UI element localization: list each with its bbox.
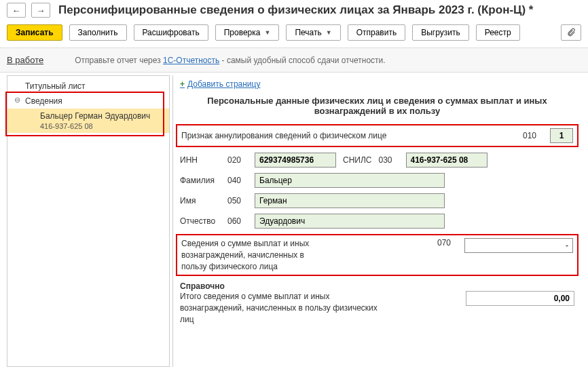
snils-code: 030 [379,155,399,165]
tree-person-snils: 416-937-625 08 [40,122,164,130]
row-surname: Фамилия 040 [180,173,574,188]
surname-label: Фамилия [180,176,221,185]
sum-input[interactable] [464,238,573,253]
info-pre: Отправьте отчет через [75,56,163,65]
snils-label: СНИЛС [343,155,372,165]
caret-down-icon: ▼ [264,29,270,36]
sum-label: Сведения о сумме выплат и иных вознаграж… [181,238,331,272]
status-link[interactable]: В работе [7,55,43,65]
reference-title: Справочно [180,281,574,291]
tree-person-name: Бальцер Герман Эдуардович [40,111,150,121]
caret-down-icon: ▼ [326,29,332,36]
add-page-link[interactable]: + Добавить страницу [180,79,260,89]
navigation-tree: Титульный лист ⊖ Сведения Бальцер Герман… [7,75,170,367]
reference-total-field [466,291,574,306]
page-title: Персонифицированные сведения о физически… [58,3,533,17]
row-inn-snils: ИНН 020 СНИЛС 030 [180,153,574,168]
inn-code: 020 [227,155,248,165]
attachments-button[interactable] [561,24,581,41]
tree-item-section[interactable]: ⊖ Сведения [7,94,169,109]
row-name: Имя 050 [180,193,574,208]
patronymic-input[interactable] [255,214,445,229]
check-button[interactable]: Проверка ▼ [215,24,280,41]
nav-forward-button[interactable]: → [31,3,50,18]
row-reference-total: Итого сведения о сумме выплат и иных воз… [180,291,574,325]
row-sum: Сведения о сумме выплат и иных вознаграж… [176,234,578,276]
name-label: Имя [180,196,221,205]
row-patronymic: Отчество 060 [180,214,574,229]
add-page-label: Добавить страницу [187,79,260,89]
check-button-label: Проверка [224,28,261,37]
tree-item-label: Титульный лист [25,81,86,91]
print-button[interactable]: Печать ▼ [286,24,340,41]
fill-button[interactable]: Заполнить [69,24,127,41]
surname-code: 040 [227,176,248,185]
paperclip-icon [566,28,576,37]
name-code: 050 [227,196,248,205]
save-button[interactable]: Записать [7,24,62,41]
decode-button[interactable]: Расшифровать [134,24,208,41]
cancel-sign-label: Признак аннулирования сведений о физичес… [181,131,516,140]
patronymic-label: Отчество [180,216,221,226]
surname-input[interactable] [255,173,445,188]
patronymic-code: 060 [227,216,248,226]
inn-input[interactable] [255,153,336,168]
tree-item-label: Сведения [25,96,62,106]
tree-item-title-page[interactable]: Титульный лист [7,79,169,94]
sum-code: 070 [437,238,458,248]
registry-button[interactable]: Реестр [476,24,520,41]
plus-icon: + [180,79,185,89]
reference-label: Итого сведения о сумме выплат и иных воз… [180,291,384,325]
info-text: Отправьте отчет через 1С-Отчетность - са… [75,56,385,65]
send-button[interactable]: Отправить [348,24,406,41]
one-s-reporting-link[interactable]: 1С-Отчетность [163,56,219,65]
tree-item-person[interactable]: Бальцер Герман Эдуардович 416-937-625 08 [7,109,169,133]
name-input[interactable] [255,193,445,208]
section-title: Персональные данные физических лиц и све… [187,96,568,116]
collapse-icon[interactable]: ⊖ [13,96,22,104]
snils-input[interactable] [406,153,488,168]
info-post: - самый удобный способ сдачи отчетности. [219,56,385,65]
print-button-label: Печать [295,28,321,37]
cancel-sign-code: 010 [523,131,543,140]
inn-label: ИНН [180,155,221,165]
row-cancel-sign: Признак аннулирования сведений о физичес… [176,124,578,147]
nav-back-button[interactable]: ← [7,3,26,18]
export-button[interactable]: Выгрузить [412,24,469,41]
cancel-sign-input[interactable] [550,128,573,143]
